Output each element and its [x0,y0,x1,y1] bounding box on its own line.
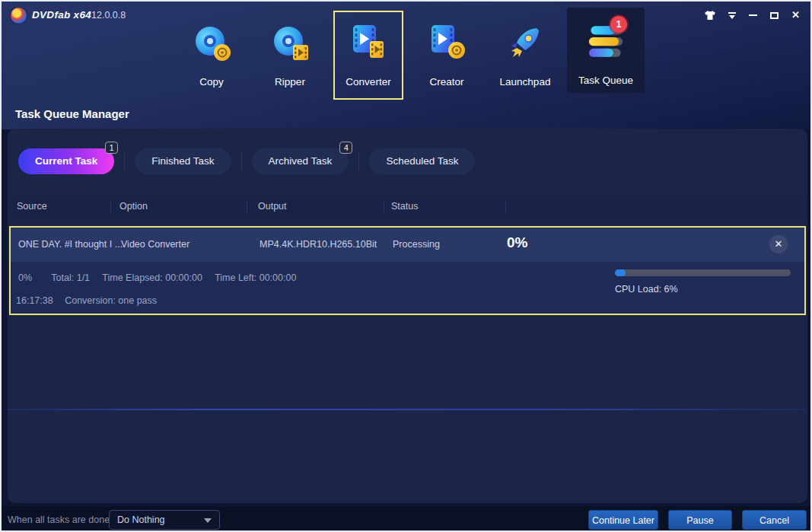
task-stats-line: 0% Total: 1/1 Time Elapsed: 00:00:00 Tim… [18,272,306,283]
cpu-progress-fill [615,269,626,276]
creator-film-disc-icon [426,22,467,63]
tab-finished-task-label: Finished Task [151,155,214,167]
detail-time-left: Time Left: 00:00:00 [215,272,296,283]
cpu-load-label: CPU Load: 6% [615,284,678,295]
nav-item-converter[interactable]: Converter [333,11,403,100]
detail-timestamp: 16:17:38 [16,295,53,306]
task-details: 0% Total: 1/1 Time Elapsed: 00:00:00 Tim… [11,262,804,314]
window-controls: ✕ [705,10,800,21]
continue-later-button[interactable]: Continue Later [588,510,658,530]
ripper-disc-film-icon [269,22,310,63]
detail-percent: 0% [18,272,32,283]
app-version: 12.0.0.8 [91,10,126,21]
tab-separator [124,153,125,170]
cancel-button[interactable]: Cancel [742,510,807,530]
detail-total: Total: 1/1 [51,272,90,283]
column-header-source: Source [17,201,47,212]
task-cancel-icon[interactable]: ✕ [769,235,788,253]
cpu-progress-bar [615,269,791,276]
pause-button[interactable]: Pause [668,510,732,530]
nav-label-task-queue: Task Queue [567,75,645,86]
tab-scheduled-task-label: Scheduled Task [386,155,458,167]
footer-bar: When all tasks are done: Do Nothing Cont… [2,506,810,532]
theme-skin-icon[interactable] [705,10,715,21]
active-task-card: ONE DAY. #I thought I ... Video Converte… [9,226,806,315]
column-divider [110,200,111,214]
detail-elapsed: Time Elapsed: 00:00:00 [102,272,202,283]
minimize-button[interactable] [749,10,757,21]
panel-divider-line [8,409,807,410]
nav-item-task-queue[interactable]: 1 Task Queue [567,8,645,93]
close-button[interactable]: ✕ [791,10,800,21]
task-output: MP4.4K.HDR10.H265.10Bit [260,239,377,250]
nav-label-launchpad: Launchpad [490,76,560,88]
nav-label-copy: Copy [177,76,247,88]
tab-current-task-label: Current Task [35,155,97,167]
tab-archived-task-badge: 4 [339,142,352,154]
task-option: Video Converter [121,239,189,250]
copy-disc-icon [191,22,232,63]
detail-conversion: Conversion: one pass [65,295,157,306]
tab-finished-task[interactable]: Finished Task [135,148,231,174]
converter-film-icon [348,22,389,63]
nav-label-converter: Converter [335,76,402,88]
task-row[interactable]: ONE DAY. #I thought I ... Video Converte… [11,228,804,262]
tab-separator [241,153,242,170]
maximize-button[interactable] [770,10,779,21]
nav-label-ripper: Ripper [255,76,325,88]
tab-bar: Current Task 1 Finished Task Archived Ta… [18,148,475,175]
column-header-status: Status [391,201,418,212]
page-title: Task Queue Manager [15,107,129,120]
task-status: Processing [393,239,440,250]
column-divider [384,200,384,214]
tab-current-task[interactable]: Current Task 1 [18,148,114,174]
task-progress-percent: 0% [507,234,527,251]
when-done-label: When all tasks are done: [8,514,113,525]
tab-archived-task-label: Archived Task [269,155,333,167]
tab-separator [358,153,359,170]
column-divider [247,200,247,214]
tab-archived-task[interactable]: Archived Task 4 [252,148,349,174]
menu-dropdown-icon[interactable] [728,10,736,21]
task-log-line: 16:17:38 Conversion: one pass [16,295,166,306]
task-source: ONE DAY. #I thought I ... [18,239,123,250]
nav-label-launchpad: Creator [412,76,482,88]
task-queue-count-badge: 1 [610,16,627,33]
column-divider [505,200,506,214]
when-done-value: Do Nothing [117,514,165,525]
nav-item-copy[interactable]: Copy [177,11,247,100]
column-header-option: Option [119,201,148,212]
tab-scheduled-task[interactable]: Scheduled Task [369,148,475,174]
dvdfab-window: DVDfab x64 12.0.0.8 ✕ Copy [0,0,812,532]
rocket-icon [505,22,546,63]
when-done-dropdown[interactable]: Do Nothing [109,510,220,530]
task-queue-panel: Current Task 1 Finished Task Archived Ta… [8,129,807,503]
nav-item-creator[interactable]: Creator [412,11,482,100]
dvdfab-logo-icon [11,8,27,24]
chevron-down-icon [204,518,212,523]
nav-item-launchpad[interactable]: Launchpad [490,11,560,100]
column-header-output: Output [258,201,287,212]
table-header-row: Source Option Output Status [8,194,807,220]
nav-item-ripper[interactable]: Ripper [255,11,325,100]
app-title: DVDfab x64 [32,9,91,21]
tab-current-task-badge: 1 [105,142,118,154]
